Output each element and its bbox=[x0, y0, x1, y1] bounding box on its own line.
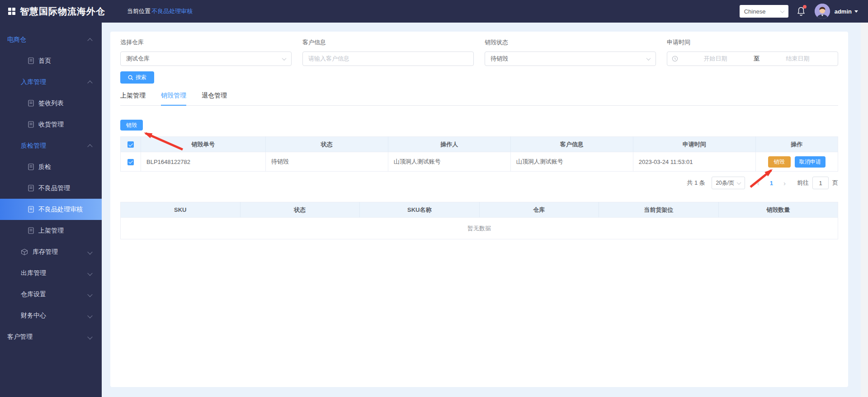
sku-table-header-销毁数量: 销毁数量 bbox=[718, 202, 838, 218]
select-all-checkbox[interactable] bbox=[127, 141, 134, 148]
destroy-action-button[interactable]: 销毁 bbox=[768, 156, 791, 168]
main-content: 选择仓库 测试仓库 客户信息 请输入客户信息 销毁状态 待销毁 bbox=[102, 23, 868, 397]
empty-row: 暂无数据 bbox=[121, 218, 838, 239]
pagination: 共 1 条 20条/页 ‹ 1 › 前往 页 bbox=[120, 177, 838, 189]
sku-table: SKU状态SKU名称仓库当前货架位销毁数量 暂无数据 bbox=[120, 202, 838, 239]
destroy-status-value: 待销毁 bbox=[491, 55, 508, 63]
chevron-down-icon bbox=[646, 56, 651, 61]
customer-info-input[interactable]: 请输入客户信息 bbox=[302, 51, 474, 66]
chevron-down-icon bbox=[87, 271, 92, 276]
current-page[interactable]: 1 bbox=[764, 180, 778, 187]
cancel-apply-button[interactable]: 取消申请 bbox=[795, 156, 826, 168]
breadcrumb: 当前位置不良品处理审核 bbox=[127, 7, 193, 15]
sidebar-item-不良品处理审核[interactable]: 不良品处理审核 bbox=[0, 199, 102, 220]
top-header-bar: 智慧国际物流海外仓 当前位置不良品处理审核 Chinese admin bbox=[0, 0, 868, 23]
sidebar-item-出库管理[interactable]: 出库管理 bbox=[0, 262, 102, 284]
search-button[interactable]: 搜索 bbox=[120, 71, 154, 84]
chevron-down-icon bbox=[87, 292, 92, 297]
sidebar-item-label: 质检 bbox=[38, 163, 51, 171]
apply-time-cell: 2023-03-24 11:53:01 bbox=[633, 152, 755, 172]
language-select[interactable]: Chinese bbox=[740, 5, 788, 18]
sidebar-item-label: 收货管理 bbox=[38, 121, 64, 129]
pagination-total: 共 1 条 bbox=[687, 179, 705, 187]
sidebar-item-质检管理[interactable]: 质检管理 bbox=[0, 135, 102, 156]
sidebar-item-不良品管理[interactable]: 不良品管理 bbox=[0, 177, 102, 199]
sidebar-item-电商仓[interactable]: 电商仓 bbox=[0, 29, 102, 50]
row-checkbox[interactable] bbox=[127, 159, 134, 165]
actions-cell: 销毁 取消申请 bbox=[755, 152, 838, 172]
sidebar-item-label: 客户管理 bbox=[7, 333, 33, 341]
sidebar-item-客户管理[interactable]: 客户管理 bbox=[0, 326, 102, 347]
goto-label: 前往 bbox=[797, 179, 809, 187]
destroy-button[interactable]: 销毁 bbox=[120, 120, 143, 131]
doc-icon bbox=[28, 185, 34, 191]
tab-销毁管理[interactable]: 销毁管理 bbox=[161, 89, 186, 106]
destroy-order-table: 销毁单号状态操作人客户信息申请时间操作 BLP1648122782 待销毁 山顶… bbox=[120, 136, 838, 172]
customer-cell: 山顶洞人测试账号 bbox=[510, 152, 633, 172]
order-no-cell: BLP1648122782 bbox=[141, 152, 266, 172]
sidebar-item-首页[interactable]: 首页 bbox=[0, 50, 102, 71]
user-caret-down-icon[interactable] bbox=[854, 10, 858, 13]
sku-table-header-当前货架位: 当前货架位 bbox=[599, 202, 719, 218]
sidebar-item-上架管理[interactable]: 上架管理 bbox=[0, 220, 102, 241]
sidebar-item-收货管理[interactable]: 收货管理 bbox=[0, 114, 102, 135]
customer-input-placeholder: 请输入客户信息 bbox=[308, 55, 349, 63]
grid-menu-icon[interactable] bbox=[8, 8, 15, 15]
chevron-up-icon bbox=[87, 80, 92, 85]
content-card: 选择仓库 测试仓库 客户信息 请输入客户信息 销毁状态 待销毁 bbox=[110, 32, 848, 387]
start-date-placeholder[interactable]: 开始日期 bbox=[680, 55, 751, 63]
cube-icon bbox=[21, 248, 28, 256]
doc-icon bbox=[28, 163, 34, 170]
warehouse-select[interactable]: 测试仓库 bbox=[120, 51, 292, 66]
date-range-picker[interactable]: 开始日期 至 结束日期 bbox=[667, 51, 838, 66]
sidebar-item-库存管理[interactable]: 库存管理 bbox=[0, 241, 102, 262]
sidebar-item-label: 财务中心 bbox=[21, 312, 46, 320]
order-table-header-状态: 状态 bbox=[265, 137, 388, 152]
scrollbar-track[interactable] bbox=[861, 23, 868, 397]
page-size-select[interactable]: 20条/页 bbox=[712, 177, 745, 189]
prev-page-button[interactable]: ‹ bbox=[752, 179, 764, 187]
sidebar-item-入库管理[interactable]: 入库管理 bbox=[0, 71, 102, 93]
filter-apply-time: 申请时间 开始日期 至 结束日期 bbox=[667, 38, 838, 66]
sku-table-header-仓库: 仓库 bbox=[479, 202, 599, 218]
chevron-up-icon bbox=[87, 144, 92, 149]
sidebar-item-仓库设置[interactable]: 仓库设置 bbox=[0, 284, 102, 305]
date-separator: 至 bbox=[751, 55, 762, 63]
destroy-status-label: 销毁状态 bbox=[485, 38, 656, 47]
sku-table-header-SKU名称: SKU名称 bbox=[360, 202, 480, 218]
sidebar-item-label: 签收列表 bbox=[38, 99, 64, 107]
sidebar-item-财务中心[interactable]: 财务中心 bbox=[0, 305, 102, 326]
order-table-header-row: 销毁单号状态操作人客户信息申请时间操作 bbox=[121, 137, 838, 152]
tab-上架管理[interactable]: 上架管理 bbox=[120, 89, 146, 105]
end-date-placeholder[interactable]: 结束日期 bbox=[762, 55, 833, 63]
sidebar-item-label: 上架管理 bbox=[38, 227, 64, 235]
breadcrumb-current[interactable]: 不良品处理审核 bbox=[151, 7, 193, 15]
sidebar-item-label: 库存管理 bbox=[33, 248, 58, 256]
filter-destroy-status: 销毁状态 待销毁 bbox=[485, 38, 656, 66]
search-button-label: 搜索 bbox=[136, 74, 146, 81]
chevron-down-icon bbox=[737, 180, 741, 185]
order-table-header-客户信息: 客户信息 bbox=[510, 137, 633, 152]
filter-customer: 客户信息 请输入客户信息 bbox=[302, 38, 474, 66]
filter-bar: 选择仓库 测试仓库 客户信息 请输入客户信息 销毁状态 待销毁 bbox=[120, 32, 838, 66]
sidebar-item-label: 出库管理 bbox=[21, 269, 46, 277]
notification-dot bbox=[803, 5, 807, 9]
row-select-cell bbox=[121, 152, 141, 172]
sidebar-item-质检[interactable]: 质检 bbox=[0, 156, 102, 177]
tab-退仓管理[interactable]: 退仓管理 bbox=[202, 89, 227, 105]
notification-bell[interactable] bbox=[797, 6, 806, 16]
avatar[interactable] bbox=[815, 4, 830, 19]
search-icon bbox=[128, 75, 133, 80]
doc-icon bbox=[28, 121, 34, 128]
doc-icon bbox=[28, 206, 34, 213]
goto-page-input[interactable] bbox=[812, 177, 829, 189]
username[interactable]: admin bbox=[835, 8, 852, 15]
sidebar-menu: 电商仓首页入库管理签收列表收货管理质检管理质检不良品管理不良品处理审核上架管理库… bbox=[0, 23, 102, 397]
next-page-button[interactable]: › bbox=[778, 179, 791, 187]
sku-table-header-SKU: SKU bbox=[121, 202, 241, 218]
sidebar-item-label: 不良品管理 bbox=[38, 184, 70, 192]
language-select-value: Chinese bbox=[744, 8, 766, 15]
tab-bar: 上架管理销毁管理退仓管理 bbox=[120, 89, 838, 106]
sidebar-item-签收列表[interactable]: 签收列表 bbox=[0, 93, 102, 114]
destroy-status-select[interactable]: 待销毁 bbox=[485, 51, 656, 66]
